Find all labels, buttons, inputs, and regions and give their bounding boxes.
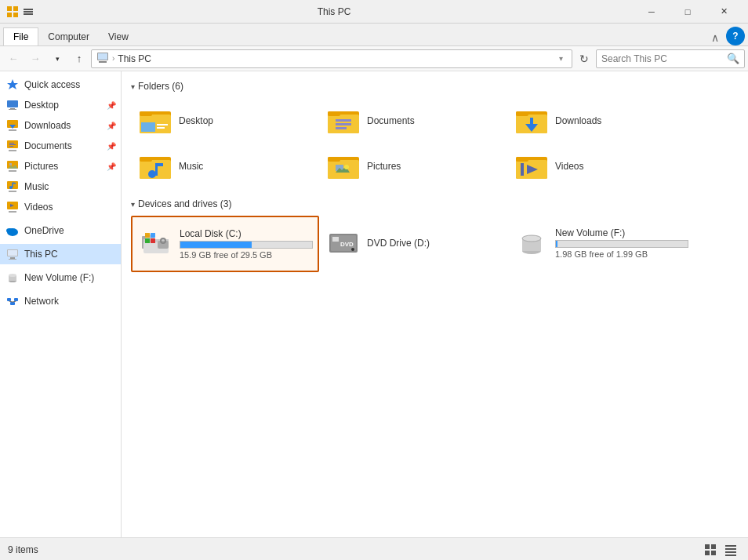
folder-item-desktop[interactable]: Desktop bbox=[131, 98, 319, 144]
svg-rect-102 bbox=[711, 544, 716, 549]
svg-line-46 bbox=[9, 301, 13, 302]
toolbar: ← → ▾ ↑ › This PC ▾ ↻ 🔍 bbox=[0, 46, 748, 71]
folder-music-icon bbox=[138, 149, 172, 184]
svg-rect-79 bbox=[516, 157, 528, 162]
sidebar-onedrive-label: OneDrive bbox=[24, 225, 116, 236]
dropdown-button[interactable]: ▾ bbox=[47, 49, 67, 68]
folders-section-header[interactable]: ▾ Folders (6) bbox=[131, 81, 739, 92]
ribbon-tabs: File Computer View ∧ ? bbox=[0, 24, 748, 45]
quick-access-toolbar-icon1 bbox=[22, 5, 34, 18]
svg-rect-105 bbox=[725, 545, 736, 547]
folder-item-pictures[interactable]: Pictures bbox=[319, 144, 507, 189]
drive-f-bar-container bbox=[555, 240, 688, 248]
sidebar-item-quick-access[interactable]: Quick access bbox=[0, 75, 121, 95]
svg-rect-44 bbox=[7, 298, 11, 301]
svg-rect-62 bbox=[516, 111, 528, 116]
sidebar-item-music[interactable]: Music bbox=[0, 176, 121, 197]
close-button[interactable]: ✕ bbox=[706, 0, 742, 24]
search-input[interactable] bbox=[601, 53, 724, 64]
drive-f-icon bbox=[514, 226, 549, 260]
pin-icon-downloads: 📌 bbox=[107, 122, 116, 130]
address-bar-icon bbox=[96, 51, 109, 66]
minimize-button[interactable]: ─ bbox=[634, 0, 670, 24]
sidebar-item-documents[interactable]: Documents 📌 bbox=[0, 136, 121, 156]
svg-rect-8 bbox=[99, 61, 107, 63]
sidebar-item-thispc[interactable]: This PC bbox=[0, 244, 121, 264]
window-controls[interactable]: ─ □ ✕ bbox=[634, 0, 742, 24]
drives-section-header[interactable]: ▾ Devices and drives (3) bbox=[131, 198, 739, 209]
folder-videos-icon bbox=[514, 149, 549, 184]
drive-f-info: New Volume (F:) 1.98 GB free of 1.99 GB bbox=[555, 227, 688, 259]
svg-point-42 bbox=[9, 274, 16, 277]
sidebar-item-downloads[interactable]: Downloads 📌 bbox=[0, 115, 121, 136]
svg-rect-89 bbox=[151, 238, 155, 243]
svg-rect-16 bbox=[9, 129, 16, 131]
music-sidebar-icon bbox=[5, 179, 20, 195]
drive-f-space: 1.98 GB free of 1.99 GB bbox=[555, 249, 688, 259]
svg-rect-50 bbox=[140, 111, 152, 116]
address-dropdown-icon[interactable]: ▾ bbox=[554, 54, 567, 63]
svg-rect-107 bbox=[725, 551, 736, 553]
svg-rect-9 bbox=[98, 53, 107, 60]
svg-rect-33 bbox=[9, 211, 16, 213]
sidebar-downloads-label: Downloads bbox=[24, 120, 105, 131]
maximize-button[interactable]: □ bbox=[670, 0, 706, 24]
drive-c-icon bbox=[139, 227, 173, 261]
up-button[interactable]: ↑ bbox=[69, 49, 89, 68]
drive-item-c[interactable]: Local Disk (C:) 15.9 GB free of 29.5 GB bbox=[131, 216, 319, 272]
folder-desktop-icon bbox=[138, 104, 172, 138]
sidebar-thispc-label: This PC bbox=[24, 249, 116, 260]
sidebar-item-newvolume[interactable]: New Volume (F:) bbox=[0, 267, 121, 288]
network-icon bbox=[5, 293, 20, 309]
svg-rect-94 bbox=[332, 237, 339, 242]
sidebar-item-network[interactable]: Network bbox=[0, 291, 121, 311]
address-bar[interactable]: › This PC ▾ bbox=[91, 49, 572, 68]
items-count: 9 items bbox=[8, 544, 38, 555]
svg-rect-67 bbox=[140, 157, 152, 162]
svg-line-47 bbox=[13, 301, 16, 302]
svg-rect-108 bbox=[725, 555, 736, 556]
svg-rect-25 bbox=[9, 170, 16, 172]
documents-sidebar-icon bbox=[5, 138, 20, 154]
app-icon bbox=[6, 5, 19, 18]
folder-documents-name: Documents bbox=[367, 115, 415, 126]
refresh-button[interactable]: ↻ bbox=[574, 49, 594, 68]
sidebar: Quick access Desktop 📌 Downloads 📌 Docum… bbox=[0, 71, 122, 537]
drive-item-f[interactable]: New Volume (F:) 1.98 GB free of 1.99 GB bbox=[507, 216, 695, 271]
folders-chevron: ▾ bbox=[131, 82, 135, 91]
folder-pictures-icon bbox=[326, 149, 361, 184]
view-large-icons-button[interactable] bbox=[701, 540, 720, 559]
tab-file[interactable]: File bbox=[3, 27, 38, 45]
view-details-button[interactable] bbox=[721, 540, 740, 559]
drive-c-bar-container bbox=[180, 241, 313, 249]
svg-rect-45 bbox=[14, 298, 18, 301]
tab-view[interactable]: View bbox=[99, 28, 138, 45]
svg-rect-0 bbox=[7, 6, 12, 11]
tab-computer[interactable]: Computer bbox=[38, 28, 99, 45]
sidebar-item-videos[interactable]: Videos bbox=[0, 197, 121, 217]
downloads-sidebar-icon bbox=[5, 118, 20, 133]
folder-documents-icon bbox=[326, 104, 361, 138]
svg-rect-6 bbox=[24, 13, 33, 15]
folder-item-videos[interactable]: Videos bbox=[507, 144, 695, 189]
search-bar[interactable]: 🔍 bbox=[596, 49, 745, 68]
drive-c-bar bbox=[180, 242, 252, 248]
folder-item-downloads[interactable]: Downloads bbox=[507, 98, 695, 144]
folder-videos-name: Videos bbox=[555, 161, 583, 172]
sidebar-newvolume-label: New Volume (F:) bbox=[24, 272, 116, 283]
forward-button[interactable]: → bbox=[25, 49, 45, 68]
sidebar-item-onedrive[interactable]: OneDrive bbox=[0, 220, 121, 241]
back-button[interactable]: ← bbox=[3, 49, 24, 68]
folder-item-documents[interactable]: Documents bbox=[319, 98, 507, 144]
help-button[interactable]: ? bbox=[726, 27, 745, 45]
svg-rect-1 bbox=[13, 6, 18, 11]
svg-rect-103 bbox=[705, 551, 710, 555]
ribbon-expand-button[interactable]: ∧ bbox=[707, 30, 723, 45]
content-area: ▾ Folders (6) Desktop bbox=[122, 71, 748, 537]
sidebar-item-pictures[interactable]: Pictures 📌 bbox=[0, 156, 121, 176]
search-icon: 🔍 bbox=[727, 53, 739, 64]
sidebar-item-desktop[interactable]: Desktop 📌 bbox=[0, 95, 121, 115]
drive-item-d[interactable]: DVD DVD Drive (D:) bbox=[319, 216, 507, 271]
onedrive-icon bbox=[5, 223, 20, 238]
folder-item-music[interactable]: Music bbox=[131, 144, 319, 189]
